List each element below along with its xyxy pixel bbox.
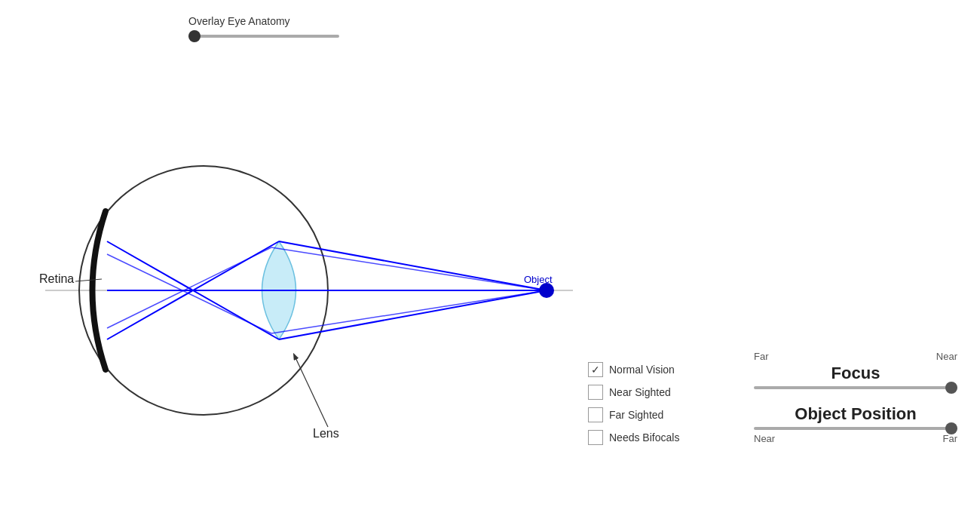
checkbox-near-sighted[interactable]: Near Sighted [588, 385, 679, 400]
focus-near-label: Near [936, 351, 957, 362]
overlay-label: Overlay Eye Anatomy [188, 15, 290, 27]
checkbox-near-box[interactable] [588, 385, 603, 400]
checkbox-far-sighted[interactable]: Far Sighted [588, 407, 679, 422]
svg-text:Lens: Lens [313, 427, 339, 440]
checkbox-bifocals-label: Needs Bifocals [609, 431, 679, 444]
overlay-slider-track[interactable] [188, 35, 339, 38]
checkbox-needs-bifocals[interactable]: Needs Bifocals [588, 430, 679, 445]
checkbox-normal-vision[interactable]: Normal Vision [588, 362, 679, 377]
objpos-title: Object Position [754, 404, 957, 424]
svg-line-14 [107, 254, 271, 333]
focus-far-label: Far [754, 351, 769, 362]
focus-slider-labels: Far Near [754, 351, 957, 362]
checkbox-far-label: Far Sighted [609, 409, 663, 421]
checkboxes-panel: Normal Vision Near Sighted Far Sighted N… [588, 362, 679, 445]
focus-slider-group: Far Near Focus [754, 351, 957, 389]
eye-diagram: Retina Lens Object [0, 60, 588, 498]
objpos-slider-track[interactable] [754, 427, 957, 430]
svg-line-11 [271, 247, 547, 290]
objpos-slider-group: Object Position Near Far [754, 404, 957, 444]
svg-line-12 [107, 247, 271, 328]
objpos-far-label: Far [943, 433, 958, 444]
svg-line-13 [271, 290, 547, 333]
svg-text:Retina: Retina [39, 272, 74, 285]
checkbox-bifocals-box[interactable] [588, 430, 603, 445]
checkbox-normal-box[interactable] [588, 362, 603, 377]
sliders-panel: Far Near Focus Object Position Near Far [754, 351, 957, 459]
focus-slider-thumb[interactable] [945, 382, 957, 394]
checkbox-far-box[interactable] [588, 407, 603, 422]
svg-point-15 [539, 283, 554, 298]
checkbox-near-label: Near Sighted [609, 386, 671, 398]
checkbox-normal-label: Normal Vision [609, 364, 675, 376]
svg-line-8 [279, 290, 547, 339]
objpos-slider-labels: Near Far [754, 433, 957, 444]
overlay-slider-thumb[interactable] [188, 30, 201, 42]
svg-line-5 [294, 355, 328, 427]
objpos-near-label: Near [754, 433, 775, 444]
svg-text:Object: Object [524, 274, 553, 285]
overlay-section: Overlay Eye Anatomy [188, 15, 339, 38]
objpos-slider-thumb[interactable] [945, 422, 957, 434]
svg-line-6 [279, 241, 547, 290]
focus-title: Focus [754, 364, 957, 383]
focus-slider-track[interactable] [754, 386, 957, 389]
